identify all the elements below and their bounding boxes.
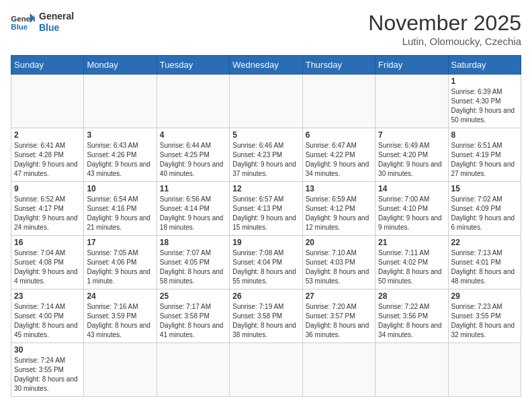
day-number: 16: [14, 238, 81, 247]
day-number: 25: [160, 291, 226, 301]
day-number: 8: [451, 130, 518, 140]
day-info: Sunrise: 7:07 AM Sunset: 4:05 PM Dayligh…: [160, 248, 226, 286]
day-info: Sunrise: 7:02 AM Sunset: 4:09 PM Dayligh…: [451, 195, 518, 232]
day-cell: 30Sunrise: 7:24 AM Sunset: 3:55 PM Dayli…: [11, 343, 84, 397]
day-cell: 1Sunrise: 6:39 AM Sunset: 4:30 PM Daylig…: [448, 75, 521, 128]
weekday-header-row: SundayMondayTuesdayWednesdayThursdayFrid…: [11, 56, 521, 75]
day-number: 15: [451, 184, 518, 193]
day-info: Sunrise: 6:43 AM Sunset: 4:26 PM Dayligh…: [87, 141, 153, 179]
day-number: 7: [378, 130, 445, 140]
logo-general: General: [39, 11, 74, 22]
weekday-header-saturday: Saturday: [448, 56, 521, 75]
day-info: Sunrise: 6:44 AM Sunset: 4:25 PM Dayligh…: [160, 141, 226, 179]
day-cell: 18Sunrise: 7:07 AM Sunset: 4:05 PM Dayli…: [157, 236, 229, 289]
day-number: 3: [87, 130, 153, 140]
day-info: Sunrise: 6:57 AM Sunset: 4:13 PM Dayligh…: [232, 195, 299, 232]
day-info: Sunrise: 7:17 AM Sunset: 3:58 PM Dayligh…: [160, 302, 226, 340]
day-info: Sunrise: 6:56 AM Sunset: 4:14 PM Dayligh…: [160, 195, 226, 232]
header: General Blue General Blue November 2025 …: [11, 11, 521, 47]
day-cell: [84, 343, 157, 397]
day-info: Sunrise: 6:47 AM Sunset: 4:22 PM Dayligh…: [306, 141, 372, 179]
day-cell: [448, 343, 521, 397]
weekday-header-wednesday: Wednesday: [230, 56, 302, 75]
weekday-header-tuesday: Tuesday: [157, 56, 229, 75]
day-info: Sunrise: 6:54 AM Sunset: 4:16 PM Dayligh…: [87, 195, 153, 232]
day-info: Sunrise: 6:49 AM Sunset: 4:20 PM Dayligh…: [378, 141, 445, 179]
day-number: 23: [14, 291, 81, 301]
day-number: 19: [232, 238, 299, 247]
day-number: 27: [306, 291, 372, 301]
day-info: Sunrise: 6:39 AM Sunset: 4:30 PM Dayligh…: [451, 87, 518, 125]
day-info: Sunrise: 7:00 AM Sunset: 4:10 PM Dayligh…: [378, 195, 445, 232]
day-number: 30: [14, 345, 81, 355]
day-info: Sunrise: 7:13 AM Sunset: 4:01 PM Dayligh…: [451, 248, 518, 286]
day-info: Sunrise: 7:23 AM Sunset: 3:55 PM Dayligh…: [451, 302, 518, 340]
day-number: 14: [378, 184, 445, 193]
day-number: 9: [14, 184, 81, 193]
day-cell: 17Sunrise: 7:05 AM Sunset: 4:06 PM Dayli…: [84, 236, 157, 289]
day-info: Sunrise: 7:08 AM Sunset: 4:04 PM Dayligh…: [232, 248, 299, 286]
day-number: 17: [87, 238, 153, 247]
day-info: Sunrise: 6:46 AM Sunset: 4:23 PM Dayligh…: [232, 141, 299, 179]
day-info: Sunrise: 7:14 AM Sunset: 4:00 PM Dayligh…: [14, 302, 81, 340]
day-cell: 2Sunrise: 6:41 AM Sunset: 4:28 PM Daylig…: [11, 128, 84, 182]
day-info: Sunrise: 7:24 AM Sunset: 3:55 PM Dayligh…: [14, 356, 81, 394]
day-cell: 15Sunrise: 7:02 AM Sunset: 4:09 PM Dayli…: [448, 182, 521, 236]
day-number: 12: [232, 184, 299, 193]
calendar-title: November 2025: [368, 11, 521, 36]
day-number: 29: [451, 291, 518, 301]
day-number: 10: [87, 184, 153, 193]
day-cell: [157, 75, 229, 128]
day-info: Sunrise: 7:20 AM Sunset: 3:57 PM Dayligh…: [306, 302, 372, 340]
day-info: Sunrise: 7:10 AM Sunset: 4:03 PM Dayligh…: [306, 248, 372, 286]
day-cell: 14Sunrise: 7:00 AM Sunset: 4:10 PM Dayli…: [375, 182, 448, 236]
day-cell: 8Sunrise: 6:51 AM Sunset: 4:19 PM Daylig…: [448, 128, 521, 182]
week-row-1: 1Sunrise: 6:39 AM Sunset: 4:30 PM Daylig…: [11, 75, 521, 128]
day-cell: 12Sunrise: 6:57 AM Sunset: 4:13 PM Dayli…: [230, 182, 302, 236]
day-info: Sunrise: 7:05 AM Sunset: 4:06 PM Dayligh…: [87, 248, 153, 286]
calendar-table: SundayMondayTuesdayWednesdayThursdayFrid…: [11, 55, 521, 397]
day-cell: 10Sunrise: 6:54 AM Sunset: 4:16 PM Dayli…: [84, 182, 157, 236]
day-number: 1: [451, 77, 518, 86]
day-number: 26: [232, 291, 299, 301]
week-row-2: 2Sunrise: 6:41 AM Sunset: 4:28 PM Daylig…: [11, 128, 521, 182]
day-cell: [375, 75, 448, 128]
day-info: Sunrise: 7:22 AM Sunset: 3:56 PM Dayligh…: [378, 302, 445, 340]
day-number: 22: [451, 238, 518, 247]
day-number: 2: [14, 130, 81, 140]
weekday-header-friday: Friday: [375, 56, 448, 75]
logo-blue: Blue: [39, 22, 74, 34]
day-cell: 7Sunrise: 6:49 AM Sunset: 4:20 PM Daylig…: [375, 128, 448, 182]
week-row-6: 30Sunrise: 7:24 AM Sunset: 3:55 PM Dayli…: [11, 343, 521, 397]
day-cell: [11, 75, 84, 128]
day-cell: 4Sunrise: 6:44 AM Sunset: 4:25 PM Daylig…: [157, 128, 229, 182]
day-cell: 29Sunrise: 7:23 AM Sunset: 3:55 PM Dayli…: [448, 289, 521, 343]
day-number: 18: [160, 238, 226, 247]
title-area: November 2025 Lutin, Olomoucky, Czechia: [368, 11, 521, 47]
day-cell: 5Sunrise: 6:46 AM Sunset: 4:23 PM Daylig…: [230, 128, 302, 182]
day-cell: 25Sunrise: 7:17 AM Sunset: 3:58 PM Dayli…: [157, 289, 229, 343]
day-cell: 22Sunrise: 7:13 AM Sunset: 4:01 PM Dayli…: [448, 236, 521, 289]
logo: General Blue General Blue: [11, 11, 74, 34]
day-number: 13: [306, 184, 372, 193]
day-cell: 23Sunrise: 7:14 AM Sunset: 4:00 PM Dayli…: [11, 289, 84, 343]
day-cell: 16Sunrise: 7:04 AM Sunset: 4:08 PM Dayli…: [11, 236, 84, 289]
day-cell: [302, 343, 375, 397]
day-number: 4: [160, 130, 226, 140]
day-number: 6: [306, 130, 372, 140]
day-cell: 28Sunrise: 7:22 AM Sunset: 3:56 PM Dayli…: [375, 289, 448, 343]
day-cell: 9Sunrise: 6:52 AM Sunset: 4:17 PM Daylig…: [11, 182, 84, 236]
day-cell: 20Sunrise: 7:10 AM Sunset: 4:03 PM Dayli…: [302, 236, 375, 289]
day-cell: 21Sunrise: 7:11 AM Sunset: 4:02 PM Dayli…: [375, 236, 448, 289]
day-cell: [157, 343, 229, 397]
day-cell: 3Sunrise: 6:43 AM Sunset: 4:26 PM Daylig…: [84, 128, 157, 182]
day-cell: 19Sunrise: 7:08 AM Sunset: 4:04 PM Dayli…: [230, 236, 302, 289]
day-info: Sunrise: 7:04 AM Sunset: 4:08 PM Dayligh…: [14, 248, 81, 286]
day-cell: 24Sunrise: 7:16 AM Sunset: 3:59 PM Dayli…: [84, 289, 157, 343]
day-info: Sunrise: 7:11 AM Sunset: 4:02 PM Dayligh…: [378, 248, 445, 286]
day-number: 28: [378, 291, 445, 301]
day-cell: 26Sunrise: 7:19 AM Sunset: 3:58 PM Dayli…: [230, 289, 302, 343]
svg-text:Blue: Blue: [11, 23, 28, 31]
weekday-header-thursday: Thursday: [302, 56, 375, 75]
day-info: Sunrise: 6:51 AM Sunset: 4:19 PM Dayligh…: [451, 141, 518, 179]
